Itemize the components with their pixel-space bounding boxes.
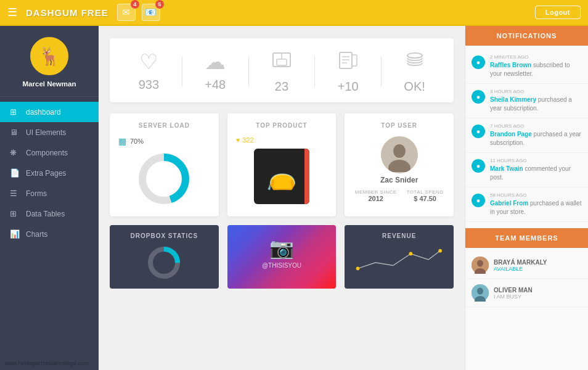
svg-point-23 xyxy=(477,288,483,295)
member-since-label: MEMBER SINCE xyxy=(355,189,397,195)
logout-button[interactable]: Logout xyxy=(535,6,581,19)
top-user-card: TOP USER Zac Snider MEMBER SINCE 201 xyxy=(345,113,454,216)
product-heart: ♥ 322 xyxy=(236,136,254,144)
dropbox-card: DROPBOX STATICS xyxy=(110,225,219,289)
notif-icon-4: ● xyxy=(472,194,485,207)
svg-point-16 xyxy=(356,266,360,270)
hamburger-icon[interactable]: ☰ xyxy=(7,6,17,19)
notif-link-3[interactable]: Mark Twain xyxy=(490,165,523,172)
team-name-0: BRAYÁ MARKALY xyxy=(494,259,582,266)
sidebar-item-dashboard[interactable]: ⊞ dashboard xyxy=(0,102,99,122)
heart-icon: ♡ xyxy=(139,49,158,74)
wallet-icon: 👝 xyxy=(266,162,297,191)
avatar: 🦌 xyxy=(30,37,68,75)
mail-icon-wrap[interactable]: 📧 5 xyxy=(142,4,160,21)
dropbox-chart xyxy=(117,244,211,281)
team-item-1: OLIVER MAN I AM BUSY xyxy=(465,279,588,307)
card-row: SERVER LOAD ▦ 70% TOP PRODUC xyxy=(110,113,454,216)
team-name-1: OLIVER MAN xyxy=(494,287,582,294)
server-load-title: SERVER LOAD xyxy=(118,122,210,129)
sidebar-item-components[interactable]: ❋ Components xyxy=(0,142,99,163)
team-members-title: TEAM MEMBERS xyxy=(465,228,588,248)
monitor-icon: 🖥 xyxy=(10,128,20,137)
message-badge: 4 xyxy=(131,0,139,9)
product-info: ♥ 322 👝 xyxy=(236,136,328,204)
svg-rect-3 xyxy=(340,52,352,68)
database-icon xyxy=(404,49,426,76)
notif-text-1: Sheila Kimmery purchased a year subscrip… xyxy=(490,96,582,113)
instagram-card: 📷 @THISISYOU xyxy=(227,225,337,289)
notif-link-4[interactable]: Gabriel From xyxy=(490,200,528,207)
notif-time-4: 58 HOURS AGO xyxy=(490,192,582,198)
notif-link-1[interactable]: Sheila Kimmery xyxy=(490,96,536,103)
notif-text-3: Mark Twain commented your post. xyxy=(490,165,582,182)
notif-item-1: ● 3 HOURS AGO Sheila Kimmery purchased a… xyxy=(465,84,588,118)
notifications-title: NOTIFICATIONS xyxy=(465,26,588,46)
notification-list: ● 2 MINUTES AGO Raffles Brown subscribed… xyxy=(465,46,588,226)
main-content: ♡ 933 ☁ +48 23 xyxy=(99,26,465,370)
stat-db-value: OK! xyxy=(404,80,425,94)
notif-item-2: ● 7 HOURS AGO Brandon Page purchased a y… xyxy=(465,118,588,153)
total-spend-stat: TOTAL SPEND $ 47.50 xyxy=(407,189,444,202)
donut-chart xyxy=(136,151,192,207)
svg-point-18 xyxy=(439,249,443,253)
notif-icon-1: ● xyxy=(472,90,485,104)
user-avatar xyxy=(381,136,418,173)
message-icon-wrap[interactable]: ✉ 4 xyxy=(117,4,136,21)
sidebar-profile: 🦌 Marcel Newman xyxy=(0,26,99,97)
notif-icon-0: ● xyxy=(472,56,485,69)
charts-icon: 📊 xyxy=(10,229,20,239)
main-layout: 🦌 Marcel Newman ⊞ dashboard 🖥 UI Element… xyxy=(0,26,588,370)
notif-content-0: 2 MINUTES AGO Raffles Brown subscribed t… xyxy=(490,54,582,78)
sidebar-item-charts[interactable]: 📊 Charts xyxy=(0,224,99,244)
top-product-title: TOP PRODUCT xyxy=(236,122,328,129)
sidebar-item-label-dashboard: dashboard xyxy=(26,108,61,117)
stat-likes-value: 933 xyxy=(139,78,159,92)
sidebar-item-label-charts: Charts xyxy=(26,230,47,239)
stats-row: ♡ 933 ☁ +48 23 xyxy=(110,38,454,102)
stat-database: OK! xyxy=(382,49,447,94)
sidebar-item-ui-elements[interactable]: 🖥 UI Elements xyxy=(0,122,99,142)
server-load-label: ▦ 70% xyxy=(118,136,144,146)
profile-name: Marcel Newman xyxy=(23,80,76,88)
svg-rect-4 xyxy=(352,55,357,66)
notif-link-0[interactable]: Raffles Brown xyxy=(490,62,531,68)
sidebar-item-extra-pages[interactable]: 📄 Extra Pages xyxy=(0,163,99,183)
product-stripe xyxy=(304,149,309,204)
notif-icon-2: ● xyxy=(472,125,485,138)
avatar-deer-icon: 🦌 xyxy=(39,46,60,67)
svg-point-17 xyxy=(409,252,413,256)
team-status-1: I AM BUSY xyxy=(494,294,582,300)
stat-cloud-value: +48 xyxy=(205,78,226,92)
top-user-title: TOP USER xyxy=(353,122,445,129)
team-list: BRAYÁ MARKALY AVAILABLE OLIVER MAN I AM … xyxy=(465,248,588,311)
notif-time-2: 7 HOURS AGO xyxy=(490,123,582,129)
member-since-stat: MEMBER SINCE 2012 xyxy=(355,189,397,202)
stat-cloud: ☁ +48 xyxy=(182,49,248,94)
product-likes: 322 xyxy=(242,136,253,144)
total-spend-label: TOTAL SPEND xyxy=(407,189,444,195)
revenue-chart xyxy=(352,244,446,278)
user-info: Zac Snider MEMBER SINCE 2012 TOTAL SPEND… xyxy=(353,136,445,202)
svg-point-12 xyxy=(393,144,406,158)
sidebar-item-data-tables[interactable]: ⊞ Data Tables xyxy=(0,204,99,224)
tables-icon: ⊞ xyxy=(10,209,20,218)
sidebar-item-forms[interactable]: ☰ Forms xyxy=(0,183,99,204)
news-icon xyxy=(337,49,359,76)
top-product-card: TOP PRODUCT ♥ 322 👝 xyxy=(227,113,337,216)
cloud-icon: ☁ xyxy=(205,49,226,74)
notif-link-2[interactable]: Brandon Page xyxy=(490,131,532,138)
member-since-value: 2012 xyxy=(355,195,397,202)
revenue-title: REVENUE xyxy=(352,232,446,239)
notif-item-4: ● 58 HOURS AGO Gabriel From purchased a … xyxy=(465,187,588,222)
team-info-0: BRAYÁ MARKALY AVAILABLE xyxy=(494,259,582,272)
watermark: www.heritagechristiancollege.com xyxy=(5,360,89,366)
sidebar-item-label-ui: UI Elements xyxy=(26,128,66,137)
stat-likes: ♡ 933 xyxy=(116,49,182,94)
inbox-icon xyxy=(271,49,293,76)
stat-inbox-value: 23 xyxy=(275,80,288,94)
heart-filled-icon: ♥ xyxy=(236,136,240,144)
server-load-card: SERVER LOAD ▦ 70% xyxy=(110,113,219,216)
server-icon: ▦ xyxy=(118,136,126,146)
right-panel: NOTIFICATIONS ● 2 MINUTES AGO Raffles Br… xyxy=(465,26,588,370)
